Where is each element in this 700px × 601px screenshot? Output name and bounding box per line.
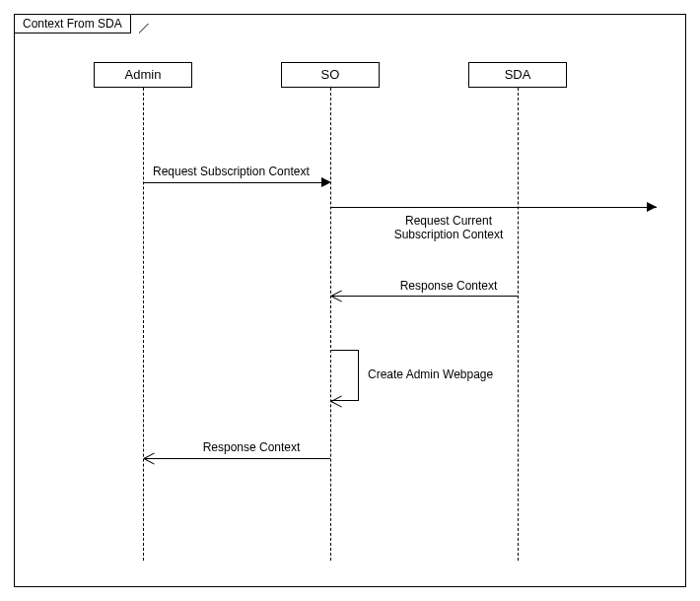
lifeline-admin: Admin — [94, 62, 192, 88]
msg-label: Request Subscription Context — [153, 165, 330, 178]
msg-request-subscription-context — [144, 182, 321, 183]
diagram-frame: Context From SDA Admin SO SDA Request Su… — [14, 14, 686, 587]
arrowhead-open-icon — [144, 452, 156, 464]
lifeline-sda-line — [518, 88, 519, 561]
sequence-diagram: Context From SDA Admin SO SDA Request Su… — [0, 0, 700, 601]
lifeline-so-line — [330, 88, 331, 561]
msg-label: Response Context — [380, 279, 518, 293]
msg-label: Response Context — [182, 440, 320, 454]
arrowhead-icon — [647, 202, 657, 212]
arrowhead-icon — [321, 177, 331, 187]
arrowhead-open-icon — [331, 290, 343, 301]
lifeline-admin-line — [143, 88, 144, 561]
lifeline-so: SO — [281, 62, 380, 88]
msg-label: Request Current Subscription Context — [370, 214, 527, 241]
frame-notch-icon — [139, 24, 149, 33]
msg-response-context-1 — [331, 296, 518, 297]
msg-response-context-2 — [144, 458, 330, 459]
frame-title: Context From SDA — [14, 14, 131, 33]
msg-request-current-subscription-context — [331, 207, 657, 208]
msg-label: Create Admin Webpage — [368, 367, 525, 381]
msg-create-admin-webpage — [331, 350, 359, 401]
lifeline-sda: SDA — [468, 62, 567, 88]
arrowhead-open-icon — [331, 395, 343, 407]
